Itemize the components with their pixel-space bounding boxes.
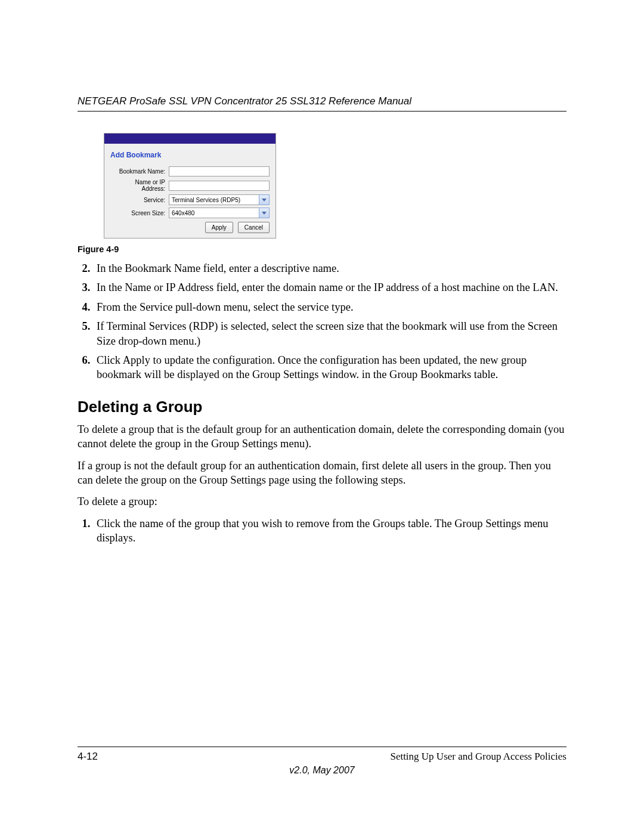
row-name-ip: Name or IP Address:	[110, 179, 270, 192]
apply-button[interactable]: Apply	[205, 222, 233, 233]
body-paragraph: To delete a group that is the default gr…	[78, 422, 566, 451]
add-bookmark-panel: Add Bookmark Bookmark Name: Name or IP A…	[104, 133, 276, 239]
cancel-button[interactable]: Cancel	[238, 222, 270, 233]
step-item: From the Service pull-down menu, select …	[93, 300, 566, 314]
step-item: In the Bookmark Name field, enter a desc…	[93, 261, 566, 275]
label-name-ip: Name or IP Address:	[110, 179, 169, 192]
steps-list-a: In the Bookmark Name field, enter a desc…	[93, 261, 566, 382]
select-screen-size-arrow[interactable]	[259, 208, 270, 218]
input-bookmark-name[interactable]	[169, 166, 270, 176]
panel-heading: Add Bookmark	[110, 151, 270, 159]
footer-section-title: Setting Up User and Group Access Policie…	[390, 751, 566, 763]
step-item: Click the name of the group that you wis…	[93, 516, 566, 546]
step-item: If Terminal Services (RDP) is selected, …	[93, 319, 566, 348]
footer-version: v2.0, May 2007	[78, 765, 566, 776]
label-screen-size: Screen Size:	[110, 210, 169, 216]
label-service: Service:	[110, 197, 169, 203]
step-item: Click Apply to update the configuration.…	[93, 353, 566, 382]
steps-list-b: Click the name of the group that you wis…	[93, 516, 566, 546]
select-screen-size-value[interactable]: 640x480	[169, 208, 259, 218]
row-screen-size: Screen Size: 640x480	[110, 208, 270, 218]
chevron-down-icon	[262, 212, 267, 215]
row-bookmark-name: Bookmark Name:	[110, 166, 270, 176]
header-rule	[78, 111, 566, 112]
step-item: In the Name or IP Address field, enter t…	[93, 280, 566, 295]
chevron-down-icon	[262, 199, 267, 202]
body-paragraph: To delete a group:	[78, 494, 566, 509]
page-footer: 4-12 Setting Up User and Group Access Po…	[78, 747, 566, 776]
select-service-value[interactable]: Terminal Services (RDP5)	[169, 194, 259, 205]
manual-page: NETGEAR ProSafe SSL VPN Concentrator 25 …	[0, 0, 644, 833]
label-bookmark-name: Bookmark Name:	[110, 168, 169, 175]
section-heading-deleting-group: Deleting a Group	[78, 398, 566, 416]
footer-rule	[78, 747, 566, 747]
row-service: Service: Terminal Services (RDP5)	[110, 194, 270, 205]
input-name-ip[interactable]	[169, 181, 270, 191]
figure-caption: Figure 4-9	[78, 244, 566, 254]
body-paragraph: If a group is not the default group for …	[78, 459, 566, 488]
running-head: NETGEAR ProSafe SSL VPN Concentrator 25 …	[78, 95, 566, 107]
panel-title-bar	[104, 134, 275, 144]
page-number: 4-12	[78, 751, 98, 763]
panel-button-row: Apply Cancel	[110, 222, 270, 233]
select-service-arrow[interactable]	[259, 194, 270, 205]
